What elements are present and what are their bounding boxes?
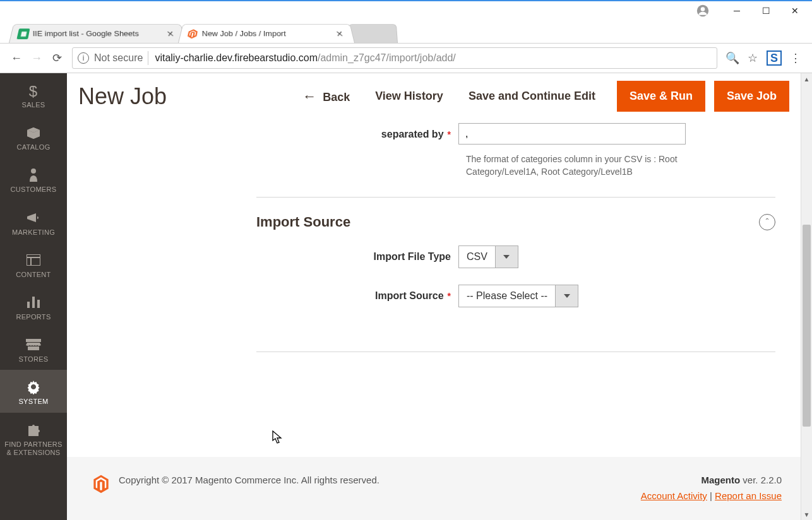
dollar-icon: $ [3,82,64,98]
label-text: Import Source [375,290,443,301]
browser-tab-1[interactable]: New Job / Jobs / Import ✕ [178,24,355,43]
copyright-text: Copyright © 2017 Magento Commerce Inc. A… [119,475,379,485]
sidebar-item-stores[interactable]: STORES [0,328,67,370]
tab-title: New Job / Jobs / Import [202,29,334,38]
sidebar-item-label: CONTENT [3,271,64,279]
section-title: Import Source [256,214,350,230]
admin-sidebar: $ SALES CATALOG CUSTOMERS MARKETING CONT… [0,73,67,520]
back-button[interactable]: Back [302,88,350,105]
import-source-select[interactable]: -- Please Select -- [458,285,578,307]
bars-icon [3,294,64,310]
address-omnibox[interactable]: i Not secure vitaliy-charlie.dev.firebea… [72,47,717,69]
required-asterisk: * [448,291,451,301]
zoom-icon[interactable]: 🔍 [722,51,743,65]
nav-forward-button[interactable]: → [27,48,47,68]
not-secure-label: Not secure [94,52,143,64]
field-label-separated-by: separated by* [256,123,458,141]
sidebar-item-reports[interactable]: REPORTS [0,285,67,328]
account-activity-link[interactable]: Account Activity [641,490,707,501]
svg-rect-8 [32,297,35,308]
browser-address-bar: ← → ⟳ i Not secure vitaliy-charlie.dev.f… [0,43,812,73]
url-path: /admin_z7gc47/import/job/add/ [318,52,456,64]
window-close-button[interactable]: ✕ [780,1,809,20]
chrome-menu-icon[interactable]: ⋮ [785,51,806,65]
import-file-type-select[interactable]: CSV [458,245,518,268]
sidebar-item-marketing[interactable]: MARKETING [0,201,67,243]
page-header: New Job Back View History Save and Conti… [67,73,801,123]
bookmark-star-icon[interactable]: ☆ [743,51,763,65]
select-value: CSV [458,245,496,268]
select-value: -- Please Select -- [458,285,556,307]
sidebar-item-label: CATALOG [3,143,64,151]
puzzle-icon [3,422,64,438]
section-header-import-source[interactable]: Import Source ˆ [256,210,775,245]
sidebar-item-label: CUSTOMERS [3,186,64,194]
nav-back-button[interactable]: ← [6,48,27,68]
page-footer: Copyright © 2017 Magento Commerce Inc. A… [67,457,801,520]
sidebar-item-label: SYSTEM [3,398,64,406]
browser-new-tab[interactable] [347,24,398,43]
sidebar-item-customers[interactable]: CUSTOMERS [0,158,67,200]
browser-tab-strip: ▦ IIE import list - Google Sheets ✕ New … [0,20,812,43]
report-issue-link[interactable]: Report an Issue [715,490,782,501]
site-info-icon[interactable]: i [78,52,89,64]
tab-close-icon[interactable]: ✕ [333,29,347,38]
chevron-down-icon [556,285,578,307]
window-minimize-button[interactable]: ─ [722,1,751,20]
page-title: New Job [78,83,167,110]
nav-reload-button[interactable]: ⟳ [47,48,67,68]
scroll-down-arrow-icon[interactable]: ▼ [801,509,812,520]
scroll-up-arrow-icon[interactable]: ▲ [801,73,812,85]
field-import-source: Import Source* -- Please Select -- [256,285,775,307]
svg-rect-9 [37,300,40,308]
save-continue-button[interactable]: Save and Continue Edit [469,90,595,103]
footer-sep: | [710,490,715,501]
window-maximize-button[interactable]: ☐ [751,1,780,20]
gear-icon [3,379,64,395]
browser-tab-0[interactable]: ▦ IIE import list - Google Sheets ✕ [9,24,186,43]
required-asterisk: * [448,129,451,139]
section-divider [256,352,775,352]
sidebar-item-label: STORES [3,355,64,363]
url-host: vitaliy-charlie.dev.firebearstudio.com [155,52,318,64]
collapse-toggle-icon[interactable]: ˆ [759,214,775,230]
svg-rect-10 [26,339,41,342]
sidebar-item-content[interactable]: CONTENT [0,243,67,285]
sidebar-item-label: MARKETING [3,228,64,237]
person-icon [3,167,64,183]
separated-by-input[interactable] [458,123,686,145]
sidebar-item-label: SALES [3,101,64,109]
sidebar-item-sales[interactable]: $ SALES [0,73,67,115]
footer-ver: ver. 2.2.0 [740,475,782,485]
vertical-scrollbar[interactable]: ▲ ▼ [801,73,812,520]
svg-point-1 [701,7,705,11]
tab-close-icon[interactable]: ✕ [164,29,178,38]
main-content: New Job Back View History Save and Conti… [67,73,801,520]
label-text: separated by [381,129,444,139]
save-job-button[interactable]: Save Job [714,81,789,112]
save-run-button[interactable]: Save & Run [617,81,705,112]
chevron-down-icon [496,245,518,268]
footer-version: Magento ver. 2.2.0 [641,475,782,485]
view-history-button[interactable]: View History [375,90,443,103]
section-divider [256,197,775,198]
snagit-extension-icon[interactable]: S [767,50,782,66]
footer-brand: Magento [701,475,740,485]
svg-text:$: $ [29,83,38,98]
window-title-bar: ─ ☐ ✕ [0,1,812,20]
svg-point-3 [31,168,36,174]
magento-logo-icon [92,475,110,495]
sidebar-item-label: REPORTS [3,313,64,321]
scrollbar-thumb[interactable] [803,225,811,427]
field-label-import-source: Import Source* [256,285,458,303]
layout-icon [3,252,64,268]
megaphone-icon [3,210,64,226]
field-separated-by: separated by* [256,123,775,145]
svg-rect-7 [27,302,30,308]
sidebar-item-catalog[interactable]: CATALOG [0,115,67,158]
sidebar-item-system[interactable]: SYSTEM [0,370,67,412]
chrome-user-icon[interactable] [688,1,717,20]
sidebar-item-partners[interactable]: FIND PARTNERS & EXTENSIONS [0,413,67,463]
store-icon [3,336,64,353]
box-icon [3,124,64,141]
